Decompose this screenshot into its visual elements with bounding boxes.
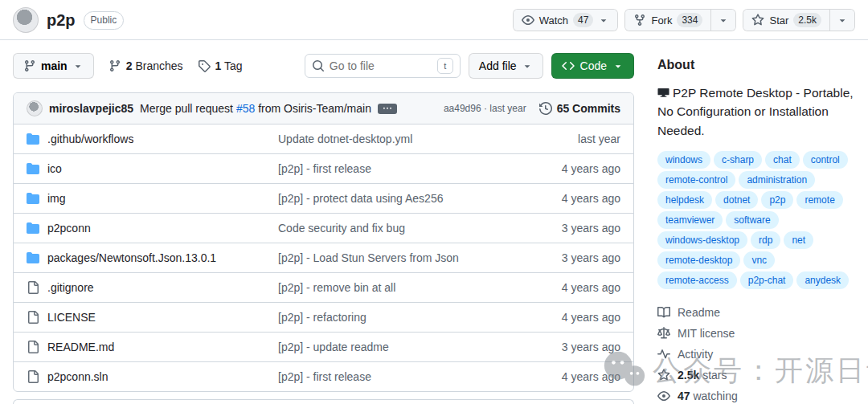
go-to-file-search[interactable]: t	[305, 54, 461, 78]
pr-link[interactable]: #58	[236, 102, 255, 115]
tags-link[interactable]: 1 Tag	[198, 59, 243, 72]
folder-icon[interactable]: img	[27, 192, 278, 205]
topic-remote[interactable]: remote	[796, 191, 842, 209]
folder-icon[interactable]: packages/Newtonsoft.Json.13.0.1	[27, 251, 278, 264]
meta-stars[interactable]: 2.5k stars	[657, 365, 855, 386]
topic-net[interactable]: net	[784, 231, 813, 249]
chevron-down-icon	[612, 60, 624, 71]
file-age: 4 years ago	[562, 192, 620, 205]
file-table: miroslavpejic85 Merge pull request #58 f…	[13, 92, 634, 392]
file-icon[interactable]: README.md	[27, 341, 278, 353]
star-count: 2.5k	[793, 13, 821, 27]
chevron-down-icon	[598, 14, 609, 26]
file-age: 4 years ago	[562, 311, 620, 324]
meta-watching[interactable]: 47 watching	[657, 386, 855, 404]
fork-count: 334	[677, 13, 702, 27]
topic-administration[interactable]: administration	[739, 171, 815, 189]
file-commit-message[interactable]: [p2p] - remove bin at all	[278, 281, 562, 294]
commit-author-avatar[interactable]	[27, 100, 43, 116]
topic-helpdesk[interactable]: helpdesk	[657, 191, 712, 209]
table-row: ico [p2p] - first release 4 years ago	[14, 153, 633, 183]
file-icon[interactable]: LICENSE	[27, 311, 278, 324]
file-icon[interactable]: p2pconn.sln	[27, 370, 278, 383]
file-age: 3 years ago	[562, 341, 620, 353]
tags-count: 1	[215, 59, 222, 72]
topic-remote-desktop[interactable]: remote-desktop	[657, 251, 740, 269]
repo-title[interactable]: p2p	[47, 11, 76, 30]
meta-activity[interactable]: Activity	[657, 344, 855, 365]
folder-icon[interactable]: p2pconn	[27, 222, 278, 235]
file-commit-message[interactable]: [p2p] - first release	[278, 162, 562, 175]
topic-dotnet[interactable]: dotnet	[715, 191, 758, 209]
desktop-monitor-icon	[657, 87, 669, 99]
eye-icon	[522, 14, 534, 27]
topic-software[interactable]: software	[726, 211, 778, 229]
star-label: Star	[769, 14, 788, 27]
watch-count: 47	[573, 13, 593, 27]
code-button[interactable]: Code	[551, 53, 634, 79]
eye-icon	[657, 390, 670, 402]
fork-button-group: Fork 334	[624, 9, 736, 31]
commit-sha-and-time[interactable]: aa49d96 · last year	[444, 103, 526, 114]
keyboard-shortcut-hint: t	[437, 58, 453, 74]
topic-chat[interactable]: chat	[765, 151, 800, 169]
branch-selector-button[interactable]: main	[13, 53, 94, 79]
star-button[interactable]: Star 2.5k	[743, 10, 829, 31]
go-to-file-input[interactable]	[330, 59, 432, 72]
star-button-group: Star 2.5k	[743, 9, 855, 31]
branches-count: 2	[126, 59, 133, 72]
topic-control[interactable]: control	[803, 151, 848, 169]
law-icon	[657, 327, 670, 340]
commit-history-link[interactable]: 65 Commits	[539, 102, 620, 115]
file-commit-message[interactable]: [p2p] - protect data using Aes256	[278, 192, 562, 205]
watch-button[interactable]: Watch 47	[514, 10, 618, 31]
file-age: 4 years ago	[562, 162, 620, 175]
topic-teamviewer[interactable]: teamviewer	[657, 211, 723, 229]
latest-commit-bar: miroslavpejic85 Merge pull request #58 f…	[14, 93, 633, 124]
table-row: packages/Newtonsoft.Json.13.0.1 [p2p] - …	[14, 243, 633, 272]
topic-windows-desktop[interactable]: windows-desktop	[657, 231, 747, 249]
fork-dropdown-button[interactable]	[710, 10, 735, 31]
file-commit-message[interactable]: Update dotnet-desktop.yml	[278, 133, 578, 145]
topic-anydesk[interactable]: anydesk	[796, 271, 849, 289]
branches-link[interactable]: 2 Branches	[108, 59, 183, 72]
topic-c-sharp[interactable]: c-sharp	[714, 151, 762, 169]
fork-icon	[633, 14, 646, 27]
star-dropdown-button[interactable]	[829, 10, 854, 31]
topic-p2p[interactable]: p2p	[761, 191, 793, 209]
folder-icon[interactable]: ico	[27, 162, 278, 175]
topic-vnc[interactable]: vnc	[743, 251, 775, 269]
search-icon	[312, 59, 325, 72]
owner-avatar[interactable]	[13, 7, 39, 33]
file-commit-message[interactable]: Code security and fix bug	[278, 222, 562, 235]
file-commit-message[interactable]: [p2p] - update readme	[278, 341, 562, 353]
meta-mit-license[interactable]: MIT license	[657, 323, 855, 344]
repo-content: main 2 Branches 1 Tag t Add file	[0, 53, 868, 404]
about-sidebar: About P2P Remote Desktop - Portable, No …	[657, 53, 855, 404]
star-icon	[751, 14, 764, 27]
meta-readme[interactable]: Readme	[657, 302, 855, 323]
topic-p2p-chat[interactable]: p2p-chat	[740, 271, 794, 289]
topic-remote-control[interactable]: remote-control	[657, 171, 735, 189]
topic-windows[interactable]: windows	[657, 151, 710, 169]
current-branch-label: main	[41, 59, 68, 72]
add-file-button[interactable]: Add file	[469, 53, 543, 79]
topic-remote-access[interactable]: remote-access	[657, 271, 737, 289]
file-commit-message[interactable]: [p2p] - Load Stun Servers from Json	[278, 251, 562, 264]
table-row: README.md [p2p] - update readme 3 years …	[14, 332, 633, 361]
repo-actions: Watch 47 Fork 334 Star 2.5k	[513, 9, 855, 31]
file-icon[interactable]: .gitignore	[27, 281, 278, 294]
folder-icon[interactable]: .github/workflows	[27, 133, 278, 145]
code-column: main 2 Branches 1 Tag t Add file	[13, 53, 634, 404]
file-commit-message[interactable]: [p2p] - first release	[278, 370, 562, 383]
commit-author[interactable]: miroslavpejic85	[49, 102, 133, 115]
commit-message[interactable]: Merge pull request #58 from Osiris-Team/…	[140, 102, 371, 115]
code-label: Code	[580, 59, 607, 72]
branches-label: Branches	[135, 59, 182, 72]
table-row: p2pconn Code security and fix bug 3 year…	[14, 213, 633, 243]
file-commit-message[interactable]: [p2p] - refactoring	[278, 311, 562, 324]
topic-rdp[interactable]: rdp	[751, 231, 780, 249]
fork-button[interactable]: Fork 334	[625, 10, 710, 31]
watch-button-group: Watch 47	[513, 9, 619, 31]
commit-description-toggle[interactable]	[378, 104, 397, 114]
